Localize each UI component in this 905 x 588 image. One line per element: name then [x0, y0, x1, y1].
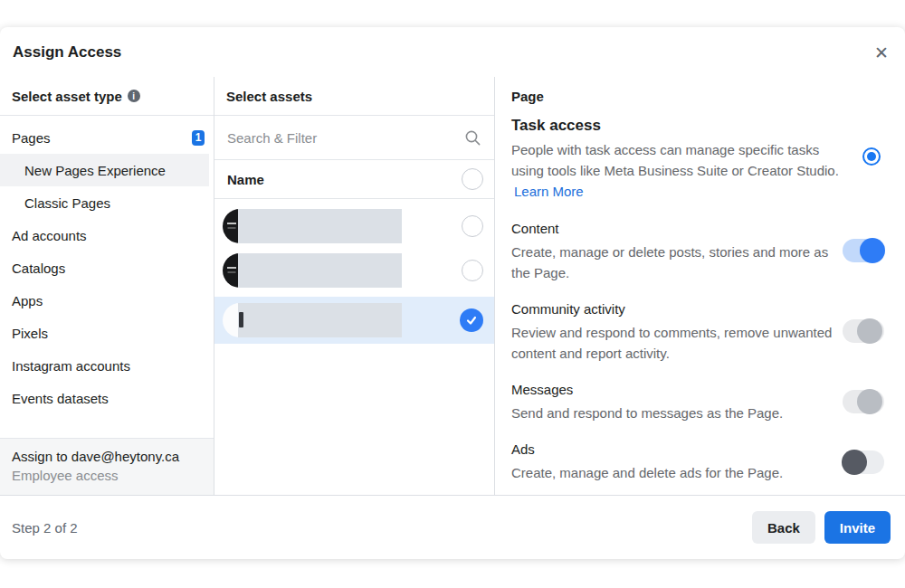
- permission-description: Create, manage or delete posts, stories …: [511, 242, 842, 283]
- info-icon[interactable]: i: [128, 90, 140, 102]
- sidebar-item-apps[interactable]: Apps: [0, 284, 209, 317]
- asset-row[interactable]: [214, 204, 494, 248]
- selected-check-icon[interactable]: [460, 308, 483, 332]
- permission-messages: Messages Send and respond to messages as…: [511, 382, 891, 423]
- permission-description: Create, manage and delete ads for the Pa…: [511, 462, 842, 483]
- task-access-description: People with task access can manage speci…: [511, 139, 842, 202]
- modal-body: Select asset type i Pages 1 New Pages Ex…: [0, 77, 905, 495]
- redacted-page-name: [238, 303, 402, 337]
- select-assets-panel: Select assets Name: [214, 77, 495, 495]
- back-button[interactable]: Back: [752, 511, 815, 544]
- task-access-section: Task access People with task access can …: [511, 117, 851, 202]
- asset-type-list: Pages 1 New Pages Experience Classic Pag…: [0, 121, 214, 414]
- ads-toggle[interactable]: [843, 450, 884, 474]
- select-all-radio[interactable]: [462, 168, 483, 190]
- redacted-page-name: [238, 253, 402, 288]
- toggle-knob: [857, 318, 882, 344]
- assign-access-modal: Assign Access ✕ Select asset type i Page…: [0, 27, 905, 559]
- name-column-header: Name: [214, 160, 494, 199]
- sidebar-item-label: Apps: [12, 293, 43, 308]
- assign-to-box: Assign to dave@heytony.ca Employee acces…: [0, 438, 214, 495]
- select-assets-header-label: Select assets: [226, 89, 312, 104]
- permission-community-activity: Community activity Review and respond to…: [511, 301, 891, 364]
- sidebar-item-label: Classic Pages: [24, 195, 110, 211]
- task-access-description-text: People with task access can manage speci…: [511, 142, 839, 178]
- modal-footer: Step 2 of 2 Back Invite: [0, 495, 905, 559]
- sidebar-item-label: New Pages Experience: [24, 163, 166, 178]
- asset-type-header: Select asset type i: [0, 77, 214, 116]
- sidebar-item-new-pages-experience[interactable]: New Pages Experience: [0, 154, 209, 186]
- sidebar-item-label: Pages: [12, 130, 51, 146]
- search-icon: [464, 129, 481, 147]
- search-input[interactable]: [227, 130, 464, 146]
- asset-rows: [214, 199, 494, 344]
- asset-type-panel: Select asset type i Pages 1 New Pages Ex…: [0, 77, 214, 495]
- asset-row[interactable]: [214, 248, 494, 293]
- permission-label: Messages: [511, 382, 891, 397]
- sidebar-item-ad-accounts[interactable]: Ad accounts: [0, 219, 209, 251]
- sidebar-item-pages[interactable]: Pages 1: [0, 121, 209, 154]
- sidebar-item-classic-pages[interactable]: Classic Pages: [0, 186, 209, 219]
- select-assets-header: Select assets: [214, 77, 494, 116]
- search-row: [214, 116, 494, 160]
- toggle-knob: [842, 450, 867, 475]
- name-header-label: Name: [227, 172, 264, 187]
- asset-type-header-label: Select asset type: [12, 89, 122, 104]
- access-level-text: Employee access: [12, 468, 205, 483]
- learn-more-link[interactable]: Learn More: [514, 184, 584, 199]
- permission-label: Content: [511, 221, 891, 236]
- count-badge: 1: [192, 130, 205, 146]
- community-activity-toggle[interactable]: [843, 319, 884, 343]
- toggle-knob: [860, 238, 885, 263]
- row-radio[interactable]: [462, 260, 483, 281]
- sidebar-item-label: Pixels: [12, 326, 48, 341]
- permission-description: Send and respond to messages as the Page…: [511, 403, 842, 423]
- sidebar-item-pixels[interactable]: Pixels: [0, 317, 209, 349]
- step-indicator: Step 2 of 2: [12, 520, 78, 536]
- assign-to-text: Assign to dave@heytony.ca: [12, 449, 205, 464]
- redacted-page-name: [238, 209, 402, 243]
- permission-label: Community activity: [511, 301, 891, 317]
- invite-button[interactable]: Invite: [824, 511, 891, 544]
- footer-buttons: Back Invite: [752, 511, 891, 544]
- task-access-radio[interactable]: [862, 147, 881, 166]
- sidebar-item-catalogs[interactable]: Catalogs: [0, 251, 209, 284]
- radio-dot: [867, 152, 876, 161]
- page-header-label: Page: [511, 89, 544, 104]
- permissions-panel: Page Task access People with task access…: [495, 77, 905, 495]
- modal-title: Assign Access: [13, 43, 121, 62]
- sidebar-item-label: Events datasets: [12, 391, 109, 406]
- sidebar-item-instagram-accounts[interactable]: Instagram accounts: [0, 349, 209, 382]
- toggle-knob: [857, 389, 882, 414]
- sidebar-item-label: Ad accounts: [12, 228, 87, 243]
- sidebar-item-events-datasets[interactable]: Events datasets: [0, 382, 209, 414]
- sidebar-item-label: Catalogs: [12, 261, 65, 276]
- messages-toggle[interactable]: [843, 390, 884, 413]
- permission-content: Content Create, manage or delete posts, …: [511, 221, 891, 283]
- permission-description: Review and respond to comments, remove u…: [511, 322, 842, 364]
- content-toggle[interactable]: [843, 239, 884, 262]
- asset-row-selected[interactable]: [214, 297, 494, 344]
- row-radio[interactable]: [462, 215, 483, 237]
- permission-label: Ads: [511, 441, 891, 457]
- page-section-header: Page: [495, 77, 905, 116]
- permission-ads: Ads Create, manage and delete ads for th…: [511, 441, 891, 483]
- close-icon[interactable]: ✕: [870, 42, 893, 65]
- task-access-title: Task access: [511, 117, 851, 135]
- sidebar-item-label: Instagram accounts: [12, 358, 130, 374]
